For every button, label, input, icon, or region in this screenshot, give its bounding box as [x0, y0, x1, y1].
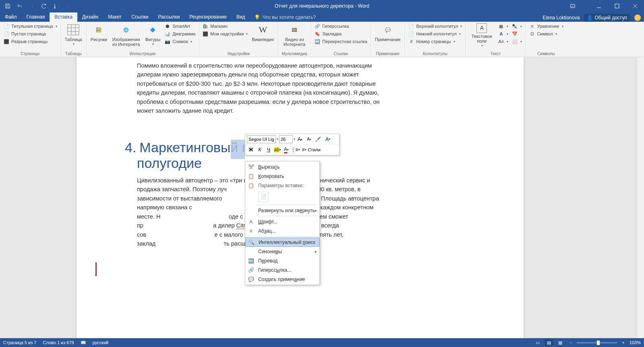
cover-page-button[interactable]: 📄Титульная страница — [2, 23, 58, 30]
status-page[interactable]: Страница 5 из 7 — [3, 340, 36, 345]
paste-keep-source-button[interactable]: 📄 — [258, 192, 269, 202]
tab-references[interactable]: Ссылки — [126, 12, 153, 22]
cross-reference-button[interactable]: ↔️Перекрестная ссылка — [313, 38, 368, 45]
undo-dropdown[interactable] — [27, 2, 36, 10]
signature-button[interactable]: ✒️ — [511, 23, 523, 30]
wikipedia-button[interactable]: WВикипедия — [250, 23, 275, 43]
video-icon: 🎞️ — [288, 23, 301, 36]
tab-insert[interactable]: Вставка — [50, 12, 77, 22]
close-button[interactable] — [626, 0, 644, 12]
table-button[interactable]: Таблица — [63, 23, 84, 47]
shapes-button[interactable]: 🔷Фигуры — [143, 23, 162, 47]
zoom-out-button[interactable]: − — [567, 340, 574, 345]
store-button[interactable]: 🛍️Магазин — [201, 23, 248, 30]
minimize-button[interactable] — [590, 0, 608, 12]
zoom-slider[interactable] — [577, 342, 617, 343]
tab-mailings[interactable]: Рассылки — [153, 12, 184, 22]
tab-layout[interactable]: Макет — [103, 12, 126, 22]
styles-gallery-button[interactable]: A▾ — [323, 135, 333, 143]
italic-button[interactable]: К — [256, 146, 264, 154]
textbox-icon: A — [476, 23, 487, 33]
numbering-button[interactable]: ≡▾ — [300, 146, 308, 154]
quickparts-button[interactable]: ▦ — [497, 23, 509, 30]
read-mode-button[interactable]: ▭ — [533, 339, 542, 346]
grow-font-button[interactable]: A▴ — [296, 135, 304, 143]
tab-view[interactable]: Вид — [232, 12, 250, 22]
equation-button[interactable]: πУравнение — [528, 23, 564, 30]
ctx-paragraph[interactable]: ≡Абзац... — [245, 226, 319, 235]
tab-review[interactable]: Рецензирование — [184, 12, 232, 22]
shapes-label: Фигуры — [145, 37, 160, 42]
shrink-font-button[interactable]: A▾ — [305, 135, 313, 143]
copy-icon: 📋 — [247, 173, 255, 180]
ctx-cut[interactable]: ✂️Вырезать — [245, 162, 319, 171]
smartart-button[interactable]: ⬢SmartArt — [164, 23, 196, 30]
online-video-button[interactable]: 🎞️Видео из Интернета — [281, 23, 308, 48]
format-painter-button[interactable]: 🖌️ — [314, 135, 322, 143]
ctx-font[interactable]: AШрифт... — [245, 217, 319, 226]
ctx-new-comment[interactable]: 💬Создать примечание — [245, 275, 319, 284]
highlight-button[interactable]: ab▾ — [273, 146, 282, 154]
wordart-button[interactable]: A — [497, 30, 509, 37]
datetime-button[interactable]: 📅 — [511, 30, 523, 37]
ctx-copy[interactable]: 📋Копировать — [245, 171, 319, 181]
qat-customize[interactable] — [64, 2, 72, 10]
status-language[interactable]: русский — [93, 340, 108, 345]
textbox-button[interactable]: AТекстовое поле — [468, 23, 495, 49]
comment-button[interactable]: 💬Примечание — [373, 23, 402, 43]
group-headerfooter-label: Колонтитулы — [407, 51, 463, 57]
blank-page-button[interactable]: 📄Пустая страница — [2, 30, 58, 37]
tab-design[interactable]: Дизайн — [77, 12, 103, 22]
footer-button[interactable]: 📄Нижний колонтитул — [407, 30, 463, 37]
zoom-in-button[interactable]: + — [619, 340, 627, 345]
underline-button[interactable]: Ч — [265, 146, 273, 154]
status-word-count[interactable]: Слово 1 из 679 — [43, 340, 74, 345]
symbol-button[interactable]: ΩСимвол — [528, 30, 564, 37]
page-break-button[interactable]: ⬛Разрыв страницы — [2, 38, 58, 45]
font-color-button[interactable]: A▾ — [282, 146, 290, 154]
redo-button[interactable] — [39, 2, 48, 10]
hyperlink-button[interactable]: 🔗Гиперссылка — [313, 23, 368, 30]
page-number-button[interactable]: #Номер страницы — [407, 38, 463, 45]
tab-file[interactable]: Файл — [0, 12, 22, 22]
undo-button[interactable] — [15, 2, 24, 10]
chart-button[interactable]: 📊Диаграмма — [164, 30, 196, 37]
touch-mode-button[interactable] — [52, 2, 60, 10]
my-addins-button[interactable]: ⬛Мои надстройки — [201, 30, 248, 37]
object-button[interactable]: ⬜ — [511, 38, 523, 45]
pictures-button[interactable]: 🖼️Рисунки — [89, 23, 109, 43]
print-layout-button[interactable]: ▤ — [545, 339, 553, 346]
font-name-input[interactable] — [247, 135, 276, 143]
smartart-label: SmartArt — [172, 24, 190, 29]
window-controls — [563, 0, 644, 12]
ctx-smart-lookup[interactable]: 🔍Интеллектуальный поиск — [245, 238, 319, 247]
dropcap-button[interactable]: A≡ — [497, 38, 509, 45]
bold-button[interactable]: Ж — [247, 146, 255, 154]
zoom-level[interactable]: 103% — [630, 340, 641, 345]
save-button[interactable] — [3, 2, 12, 10]
user-name[interactable]: Elena Loktionova — [543, 15, 580, 21]
share-button[interactable]: 👤 Общий доступ — [584, 14, 630, 22]
styles-button[interactable]: Стили — [309, 146, 319, 154]
header-button[interactable]: 📄Верхний колонтитул — [407, 23, 463, 30]
bookmark-button[interactable]: 🔖Закладка — [313, 30, 368, 37]
maximize-button[interactable] — [608, 0, 626, 12]
status-proofing-icon[interactable]: 📖 — [81, 340, 86, 345]
vertical-scrollbar[interactable] — [638, 57, 644, 338]
ctx-synonyms[interactable]: Синонимы — [245, 247, 319, 256]
bullets-button[interactable]: ⋮≡▾ — [291, 146, 299, 154]
feedback-smiley-icon[interactable] — [634, 14, 641, 21]
tab-home[interactable]: Главная — [22, 12, 50, 22]
ctx-expand-collapse[interactable]: Развернуть или свернуть — [245, 206, 319, 215]
heading-text-line2: полугодие — [137, 155, 202, 171]
tell-me-search[interactable]: 💡 Что вы хотите сделать? — [250, 13, 320, 22]
translate-icon: 🔤 — [247, 258, 255, 264]
web-layout-button[interactable]: ▦ — [556, 339, 565, 346]
online-pictures-button[interactable]: 🌐Изображения из Интернета — [110, 23, 142, 48]
ribbon-options-button[interactable] — [563, 0, 582, 12]
font-size-input[interactable] — [279, 135, 293, 143]
video-label: Видео из Интернета — [282, 37, 306, 47]
ctx-translate[interactable]: 🔤Перевод — [245, 256, 319, 265]
ctx-hyperlink[interactable]: 🔗Гиперссылка... — [245, 265, 319, 275]
screenshot-button[interactable]: 📷Снимок — [164, 38, 196, 45]
